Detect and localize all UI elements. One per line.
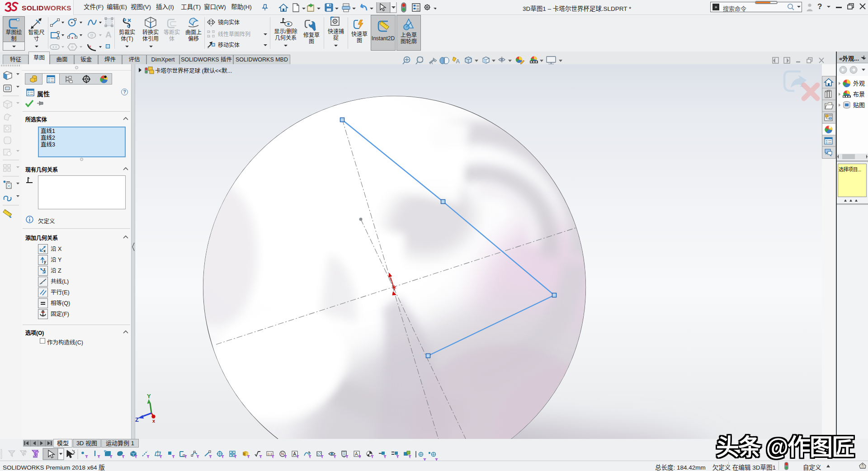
svg-text:Z: Z — [135, 416, 139, 423]
svg-text:z: z — [43, 267, 46, 272]
svg-text:外观: 外观 — [853, 80, 865, 87]
svg-text:布景: 布景 — [853, 91, 865, 98]
svg-text:0.3: 0.3 — [268, 452, 272, 456]
svg-text:A: A — [293, 452, 296, 457]
svg-text:A: A — [456, 58, 460, 65]
svg-text:A: A — [355, 452, 358, 457]
svg-text:共线(L): 共线(L) — [51, 278, 69, 285]
svg-text:x: x — [152, 418, 156, 424]
svg-text:沿 X: 沿 X — [51, 246, 62, 252]
svg-text:平行(E): 平行(E) — [51, 289, 70, 296]
svg-text:Y: Y — [147, 393, 151, 400]
svg-text:相等(Q): 相等(Q) — [51, 300, 70, 306]
svg-text:固定(F): 固定(F) — [51, 311, 69, 317]
svg-text:贴图: 贴图 — [853, 102, 865, 108]
svg-text:x: x — [43, 249, 46, 253]
svg-text:y: y — [44, 259, 46, 264]
svg-text:卡塔尔世界杯足球 (默认<<默...: 卡塔尔世界杯足球 (默认<<默... — [155, 67, 232, 74]
svg-text:沿 Z: 沿 Z — [51, 268, 61, 274]
svg-text:SOLIDWORKS: SOLIDWORKS — [22, 4, 71, 12]
svg-text:N: N — [281, 452, 284, 456]
svg-text:沿 Y: 沿 Y — [51, 257, 62, 263]
